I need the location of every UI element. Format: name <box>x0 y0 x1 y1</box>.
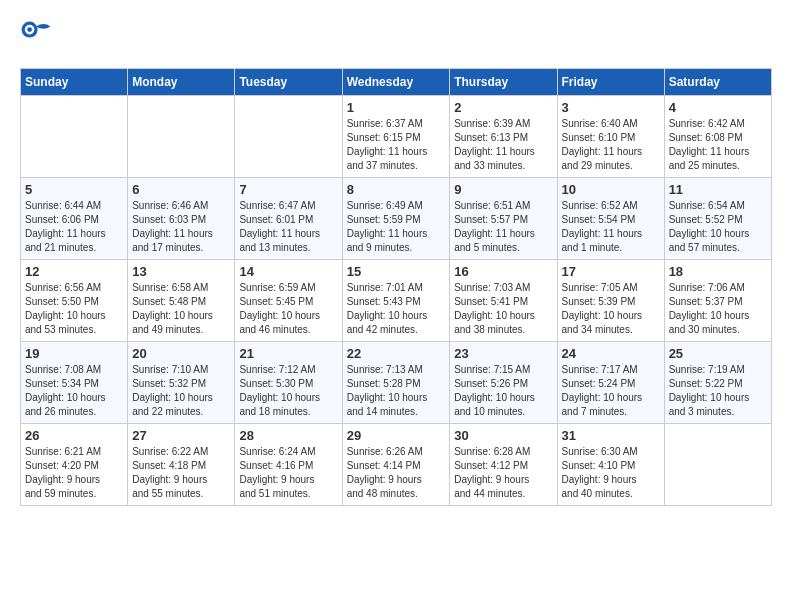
calendar-cell: 21Sunrise: 7:12 AM Sunset: 5:30 PM Dayli… <box>235 342 342 424</box>
day-number: 7 <box>239 182 337 197</box>
calendar-cell: 9Sunrise: 6:51 AM Sunset: 5:57 PM Daylig… <box>450 178 557 260</box>
day-number: 14 <box>239 264 337 279</box>
day-number: 1 <box>347 100 446 115</box>
day-number: 3 <box>562 100 660 115</box>
day-info: Sunrise: 6:52 AM Sunset: 5:54 PM Dayligh… <box>562 199 660 255</box>
calendar-cell <box>21 96 128 178</box>
day-number: 21 <box>239 346 337 361</box>
day-number: 24 <box>562 346 660 361</box>
calendar-header-row: SundayMondayTuesdayWednesdayThursdayFrid… <box>21 69 772 96</box>
day-info: Sunrise: 6:46 AM Sunset: 6:03 PM Dayligh… <box>132 199 230 255</box>
calendar-week-row: 19Sunrise: 7:08 AM Sunset: 5:34 PM Dayli… <box>21 342 772 424</box>
day-number: 13 <box>132 264 230 279</box>
day-number: 4 <box>669 100 767 115</box>
day-number: 2 <box>454 100 552 115</box>
day-number: 22 <box>347 346 446 361</box>
calendar-cell: 6Sunrise: 6:46 AM Sunset: 6:03 PM Daylig… <box>128 178 235 260</box>
day-info: Sunrise: 7:13 AM Sunset: 5:28 PM Dayligh… <box>347 363 446 419</box>
day-number: 28 <box>239 428 337 443</box>
calendar-week-row: 1Sunrise: 6:37 AM Sunset: 6:15 PM Daylig… <box>21 96 772 178</box>
day-info: Sunrise: 7:01 AM Sunset: 5:43 PM Dayligh… <box>347 281 446 337</box>
calendar-cell: 31Sunrise: 6:30 AM Sunset: 4:10 PM Dayli… <box>557 424 664 506</box>
calendar-cell: 2Sunrise: 6:39 AM Sunset: 6:13 PM Daylig… <box>450 96 557 178</box>
calendar-cell: 18Sunrise: 7:06 AM Sunset: 5:37 PM Dayli… <box>664 260 771 342</box>
day-header-sunday: Sunday <box>21 69 128 96</box>
calendar-cell: 20Sunrise: 7:10 AM Sunset: 5:32 PM Dayli… <box>128 342 235 424</box>
calendar-week-row: 5Sunrise: 6:44 AM Sunset: 6:06 PM Daylig… <box>21 178 772 260</box>
day-info: Sunrise: 7:19 AM Sunset: 5:22 PM Dayligh… <box>669 363 767 419</box>
day-info: Sunrise: 6:56 AM Sunset: 5:50 PM Dayligh… <box>25 281 123 337</box>
day-info: Sunrise: 6:30 AM Sunset: 4:10 PM Dayligh… <box>562 445 660 501</box>
day-info: Sunrise: 7:08 AM Sunset: 5:34 PM Dayligh… <box>25 363 123 419</box>
day-info: Sunrise: 6:44 AM Sunset: 6:06 PM Dayligh… <box>25 199 123 255</box>
svg-point-2 <box>27 27 32 32</box>
day-number: 27 <box>132 428 230 443</box>
day-header-friday: Friday <box>557 69 664 96</box>
day-number: 18 <box>669 264 767 279</box>
day-number: 30 <box>454 428 552 443</box>
calendar-cell <box>235 96 342 178</box>
calendar-cell: 12Sunrise: 6:56 AM Sunset: 5:50 PM Dayli… <box>21 260 128 342</box>
day-header-wednesday: Wednesday <box>342 69 450 96</box>
page-header <box>20 20 772 52</box>
calendar-cell: 24Sunrise: 7:17 AM Sunset: 5:24 PM Dayli… <box>557 342 664 424</box>
day-info: Sunrise: 6:47 AM Sunset: 6:01 PM Dayligh… <box>239 199 337 255</box>
day-info: Sunrise: 7:05 AM Sunset: 5:39 PM Dayligh… <box>562 281 660 337</box>
day-number: 11 <box>669 182 767 197</box>
day-header-thursday: Thursday <box>450 69 557 96</box>
calendar-cell <box>128 96 235 178</box>
day-number: 15 <box>347 264 446 279</box>
calendar-cell: 15Sunrise: 7:01 AM Sunset: 5:43 PM Dayli… <box>342 260 450 342</box>
calendar-cell: 16Sunrise: 7:03 AM Sunset: 5:41 PM Dayli… <box>450 260 557 342</box>
day-number: 20 <box>132 346 230 361</box>
day-number: 31 <box>562 428 660 443</box>
day-number: 23 <box>454 346 552 361</box>
day-number: 25 <box>669 346 767 361</box>
calendar-cell: 17Sunrise: 7:05 AM Sunset: 5:39 PM Dayli… <box>557 260 664 342</box>
calendar-cell: 11Sunrise: 6:54 AM Sunset: 5:52 PM Dayli… <box>664 178 771 260</box>
logo-icon <box>20 20 52 52</box>
day-info: Sunrise: 6:42 AM Sunset: 6:08 PM Dayligh… <box>669 117 767 173</box>
day-info: Sunrise: 6:54 AM Sunset: 5:52 PM Dayligh… <box>669 199 767 255</box>
calendar-week-row: 26Sunrise: 6:21 AM Sunset: 4:20 PM Dayli… <box>21 424 772 506</box>
day-info: Sunrise: 6:22 AM Sunset: 4:18 PM Dayligh… <box>132 445 230 501</box>
day-info: Sunrise: 6:28 AM Sunset: 4:12 PM Dayligh… <box>454 445 552 501</box>
calendar-cell: 13Sunrise: 6:58 AM Sunset: 5:48 PM Dayli… <box>128 260 235 342</box>
day-info: Sunrise: 7:06 AM Sunset: 5:37 PM Dayligh… <box>669 281 767 337</box>
day-number: 26 <box>25 428 123 443</box>
day-info: Sunrise: 6:40 AM Sunset: 6:10 PM Dayligh… <box>562 117 660 173</box>
day-info: Sunrise: 7:03 AM Sunset: 5:41 PM Dayligh… <box>454 281 552 337</box>
day-info: Sunrise: 6:51 AM Sunset: 5:57 PM Dayligh… <box>454 199 552 255</box>
calendar-week-row: 12Sunrise: 6:56 AM Sunset: 5:50 PM Dayli… <box>21 260 772 342</box>
day-number: 17 <box>562 264 660 279</box>
day-header-monday: Monday <box>128 69 235 96</box>
day-info: Sunrise: 7:10 AM Sunset: 5:32 PM Dayligh… <box>132 363 230 419</box>
logo <box>20 20 56 52</box>
day-info: Sunrise: 6:59 AM Sunset: 5:45 PM Dayligh… <box>239 281 337 337</box>
calendar-cell: 1Sunrise: 6:37 AM Sunset: 6:15 PM Daylig… <box>342 96 450 178</box>
calendar-cell: 25Sunrise: 7:19 AM Sunset: 5:22 PM Dayli… <box>664 342 771 424</box>
calendar-cell: 5Sunrise: 6:44 AM Sunset: 6:06 PM Daylig… <box>21 178 128 260</box>
calendar-table: SundayMondayTuesdayWednesdayThursdayFrid… <box>20 68 772 506</box>
day-number: 8 <box>347 182 446 197</box>
calendar-cell: 27Sunrise: 6:22 AM Sunset: 4:18 PM Dayli… <box>128 424 235 506</box>
day-number: 19 <box>25 346 123 361</box>
day-info: Sunrise: 6:58 AM Sunset: 5:48 PM Dayligh… <box>132 281 230 337</box>
calendar-cell: 23Sunrise: 7:15 AM Sunset: 5:26 PM Dayli… <box>450 342 557 424</box>
calendar-cell: 22Sunrise: 7:13 AM Sunset: 5:28 PM Dayli… <box>342 342 450 424</box>
day-number: 16 <box>454 264 552 279</box>
calendar-cell: 30Sunrise: 6:28 AM Sunset: 4:12 PM Dayli… <box>450 424 557 506</box>
day-info: Sunrise: 6:37 AM Sunset: 6:15 PM Dayligh… <box>347 117 446 173</box>
day-info: Sunrise: 6:39 AM Sunset: 6:13 PM Dayligh… <box>454 117 552 173</box>
calendar-cell: 29Sunrise: 6:26 AM Sunset: 4:14 PM Dayli… <box>342 424 450 506</box>
day-info: Sunrise: 6:24 AM Sunset: 4:16 PM Dayligh… <box>239 445 337 501</box>
calendar-cell: 10Sunrise: 6:52 AM Sunset: 5:54 PM Dayli… <box>557 178 664 260</box>
day-number: 6 <box>132 182 230 197</box>
day-header-tuesday: Tuesday <box>235 69 342 96</box>
day-info: Sunrise: 7:17 AM Sunset: 5:24 PM Dayligh… <box>562 363 660 419</box>
day-info: Sunrise: 6:26 AM Sunset: 4:14 PM Dayligh… <box>347 445 446 501</box>
day-number: 5 <box>25 182 123 197</box>
calendar-cell: 19Sunrise: 7:08 AM Sunset: 5:34 PM Dayli… <box>21 342 128 424</box>
day-number: 9 <box>454 182 552 197</box>
calendar-cell: 28Sunrise: 6:24 AM Sunset: 4:16 PM Dayli… <box>235 424 342 506</box>
